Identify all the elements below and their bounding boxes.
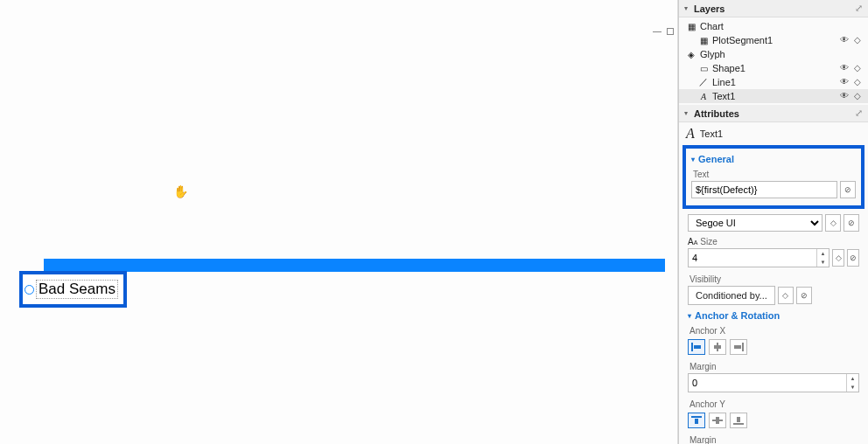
- attributes-title: Attributes: [694, 108, 855, 119]
- eraser-icon[interactable]: ◇: [854, 91, 864, 101]
- eraser-icon[interactable]: ◇: [854, 77, 864, 87]
- clear-icon[interactable]: ◇: [778, 287, 794, 304]
- text-mark-label[interactable]: Bad Seams: [36, 280, 118, 299]
- maximize-icon[interactable]: [667, 28, 674, 35]
- svg-rect-6: [691, 416, 702, 418]
- visibility-label: Visibility: [688, 271, 859, 286]
- attributes-panel-header[interactable]: ▾ Attributes ⤢: [679, 105, 868, 122]
- chevron-down-icon: ▾: [691, 156, 695, 163]
- shape-icon: ▭: [698, 63, 709, 73]
- margin-x-spinner[interactable]: ▲▼: [846, 374, 858, 392]
- anchor-x-buttons: [688, 337, 859, 358]
- svg-rect-1: [694, 345, 701, 349]
- eraser-icon[interactable]: ◇: [854, 35, 864, 45]
- anchor-y-top-button[interactable]: [688, 413, 705, 428]
- layer-shape[interactable]: ▭ Shape1 👁 ◇: [679, 61, 868, 75]
- text-mark-selection[interactable]: Bad Seams: [19, 271, 127, 308]
- anchor-y-middle-button[interactable]: [709, 413, 726, 428]
- size-spinner[interactable]: ▲▼: [816, 249, 829, 267]
- anchor-x-right-button[interactable]: [730, 339, 747, 355]
- svg-rect-0: [691, 343, 693, 351]
- svg-rect-5: [734, 345, 741, 349]
- layer-line[interactable]: ／ Line1 👁 ◇: [679, 75, 868, 89]
- layers-tree: ▦ Chart ▦ PlotSegment1 👁 ◇ ◈ Glyph ▭ Sha…: [679, 17, 868, 105]
- margin-y-label: Margin: [688, 432, 859, 444]
- svg-rect-4: [742, 343, 744, 351]
- size-label: Size: [700, 237, 717, 246]
- anchor-x-left-button[interactable]: [688, 339, 705, 355]
- plotsegment-icon: ▦: [698, 35, 709, 45]
- margin-x-input[interactable]: ▲▼: [688, 373, 859, 392]
- glyph-icon: ◈: [686, 49, 696, 59]
- anchor-x-label: Anchor X: [688, 323, 859, 337]
- text-prop-label: Text: [691, 166, 856, 181]
- layer-chart[interactable]: ▦ Chart: [679, 19, 868, 33]
- eye-icon[interactable]: 👁: [840, 35, 850, 45]
- layer-text[interactable]: A Text1 👁 ◇: [679, 89, 868, 103]
- bind-icon[interactable]: ⊘: [844, 214, 859, 232]
- attributes-selected-row: A Text1: [679, 122, 868, 145]
- rotate-handle-icon[interactable]: [24, 285, 34, 295]
- layers-title: Layers: [694, 3, 855, 14]
- minimize-icon[interactable]: [653, 31, 662, 32]
- chevron-down-icon: ▾: [684, 4, 691, 12]
- hand-cursor-icon: ✋: [173, 184, 188, 198]
- chart-icon: ▦: [686, 21, 696, 31]
- attributes-selected-label: Text1: [700, 128, 723, 139]
- conditioned-by-button[interactable]: Conditioned by...: [688, 286, 775, 305]
- general-section-highlight: ▾ General Text ⊘: [682, 145, 864, 209]
- eye-icon[interactable]: 👁: [840, 91, 850, 101]
- canvas-area[interactable]: Bad Seams ✋: [0, 0, 678, 444]
- general-section-header[interactable]: ▾ General: [691, 152, 856, 166]
- anchor-y-buttons: [688, 411, 859, 432]
- anchor-y-bottom-button[interactable]: [730, 413, 747, 428]
- bind-icon[interactable]: ⊘: [796, 287, 812, 304]
- layers-panel-header[interactable]: ▾ Layers ⤢: [679, 0, 868, 17]
- anchor-section-header[interactable]: ▾ Anchor & Rotation: [688, 309, 859, 323]
- bind-icon[interactable]: ⊘: [840, 181, 856, 198]
- text-input[interactable]: [691, 181, 837, 198]
- anchor-x-center-button[interactable]: [709, 339, 726, 355]
- svg-rect-10: [733, 423, 744, 425]
- margin-x-label: Margin: [688, 358, 859, 373]
- pin-icon[interactable]: ⤢: [855, 108, 863, 119]
- svg-rect-9: [716, 417, 719, 424]
- eraser-icon[interactable]: ◇: [854, 63, 864, 73]
- clear-icon[interactable]: ◇: [825, 214, 841, 232]
- pin-icon[interactable]: ⤢: [855, 3, 863, 14]
- size-input[interactable]: ▲▼: [688, 248, 830, 267]
- svg-rect-3: [714, 345, 721, 349]
- font-select[interactable]: Segoe UI: [688, 214, 822, 232]
- chevron-down-icon: ▾: [684, 109, 691, 117]
- layer-glyph[interactable]: ◈ Glyph: [679, 47, 868, 61]
- eye-icon[interactable]: 👁: [840, 77, 850, 87]
- bar-shape[interactable]: [44, 259, 665, 272]
- line-icon: ／: [698, 77, 709, 87]
- eye-icon[interactable]: 👁: [840, 63, 850, 73]
- layer-plotsegment[interactable]: ▦ PlotSegment1 👁 ◇: [679, 33, 868, 47]
- text-icon: A: [698, 91, 709, 101]
- svg-rect-11: [737, 417, 740, 422]
- anchor-y-label: Anchor Y: [688, 396, 859, 411]
- canvas-window-controls: [653, 28, 674, 35]
- chevron-down-icon: ▾: [688, 312, 691, 320]
- side-panel: ▾ Layers ⤢ ▦ Chart ▦ PlotSegment1 👁 ◇ ◈ …: [678, 0, 868, 444]
- clear-icon[interactable]: ◇: [832, 249, 844, 267]
- text-type-icon: A: [686, 126, 695, 142]
- svg-rect-7: [695, 419, 698, 424]
- bind-icon[interactable]: ⊘: [847, 249, 859, 267]
- font-size-icon: AA: [688, 237, 697, 246]
